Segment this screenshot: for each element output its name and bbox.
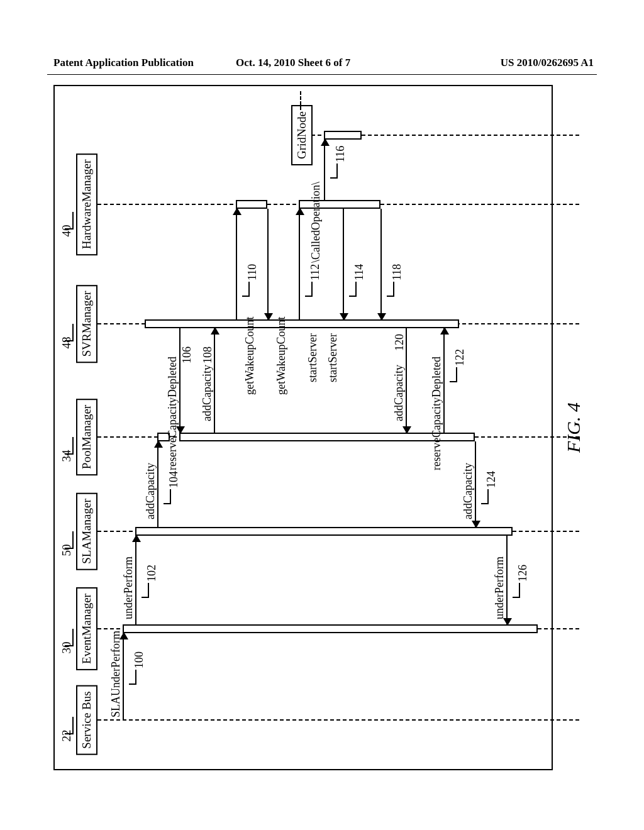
diagram-frame (53, 85, 553, 770)
msg-104-reflead (164, 489, 171, 504)
msg-126-ref: 126 (516, 565, 530, 582)
msg-114-ref: 114 (353, 264, 366, 280)
msg-116-reflead (330, 163, 338, 179)
msg-104: addCapacity 104 (157, 441, 158, 527)
msg-106-ref: 106 (180, 346, 194, 363)
msg-111-label: getWakeupCount (275, 316, 288, 395)
msg-114: startServer 114 (343, 209, 344, 319)
gridnode-entry-dash (300, 91, 301, 110)
msg-102: underPerform 102 (135, 536, 136, 624)
msg-112-label: startServer (306, 333, 319, 382)
msg-120-label: addCapacity (392, 365, 406, 421)
msg-118: 118 (380, 209, 382, 319)
msg-110-ref: 110 (246, 264, 259, 280)
msg-116-label: \CalledOperation\ (309, 182, 323, 263)
msg-108-label: addCapacity (201, 365, 214, 421)
head-svrmanager: SVRManager (76, 285, 97, 363)
msg-100-reflead (129, 670, 136, 685)
msg-100: SLAUnderPerform 100 (123, 633, 124, 720)
msg-114-reflead (349, 282, 357, 297)
activation-svrmanager (145, 319, 459, 328)
head-eventmanager: EventManager (76, 587, 97, 670)
header-left: Patent Application Publication (53, 57, 194, 69)
reflead-slamanager (65, 531, 74, 549)
head-slamanager: SLAManager (76, 492, 97, 570)
reflead-hwmanager (65, 212, 74, 230)
msg-104-ref: 104 (167, 471, 180, 488)
reflead-svrmanager (65, 324, 74, 341)
msg-102-ref: 102 (145, 565, 158, 582)
reflead-poolmanager (65, 437, 74, 455)
lifeline-servicebus (97, 719, 579, 721)
msg-126-reflead (513, 583, 520, 598)
msg-110-reflead (242, 282, 250, 297)
msg-106: reserveCapacityDepleted 106 (179, 328, 180, 433)
msg-126: underPerform 126 (506, 536, 508, 624)
head-gridnode: GridNode (291, 105, 313, 165)
msg-122-reflead (450, 367, 457, 382)
msg-112-ref: 112 (309, 264, 322, 280)
header-rule (47, 74, 597, 75)
msg-122-ref: 122 (453, 349, 467, 366)
msg-106-label: reserveCapacityDepleted (166, 357, 179, 470)
msg-114-label: startServer (326, 333, 340, 382)
msg-112-reflead (305, 282, 313, 297)
reflead-eventmanager (65, 629, 74, 646)
head-poolmanager: PoolManager (76, 399, 97, 475)
msg-122: reserveCapacityDepleted 122 (443, 328, 445, 433)
figure-page: 22 Service Bus 30 EventManager 50 SLAMan… (53, 85, 591, 770)
head-servicebus: Service Bus (76, 685, 97, 755)
sequence-diagram: 22 Service Bus 30 EventManager 50 SLAMan… (53, 85, 591, 770)
msg-124: addCapacity 124 (475, 441, 476, 527)
msg-120: addCapacity 120 (406, 328, 407, 433)
msg-124-ref: 124 (485, 471, 498, 488)
msg-102-label: underPerform (122, 556, 135, 619)
msg-126-label: underPerform (493, 556, 506, 619)
msg-104-label: addCapacity (144, 463, 157, 519)
activation-gridnode (324, 131, 362, 140)
activation-slamanager (135, 527, 513, 536)
msg-110: getWakeupCount 110 (236, 209, 237, 319)
msg-110-label: getWakeupCount (243, 316, 257, 395)
msg-118-ref: 118 (391, 264, 404, 280)
figure-caption: FIG. 4 (563, 85, 584, 770)
header-right: US 2010/0262695 A1 (501, 57, 594, 69)
header-mid: Oct. 14, 2010 Sheet 6 of 7 (236, 57, 350, 69)
activation-eventmanager (123, 624, 538, 633)
msg-112: startServer 112 (299, 209, 300, 319)
msg-122-label: reserveCapacityDepleted (430, 357, 443, 470)
msg-108: addCapacity 108 (214, 328, 215, 433)
msg-111: getWakeupCount (267, 209, 269, 319)
head-hwmanager: HardwareManager (76, 153, 97, 255)
msg-108-ref: 108 (201, 346, 214, 363)
msg-116: \CalledOperation\ 116 (324, 140, 325, 200)
msg-120-ref: 120 (393, 334, 406, 351)
msg-124-label: addCapacity (462, 463, 475, 519)
reflead-servicebus (65, 717, 74, 734)
msg-124-reflead (481, 489, 489, 504)
msg-102-reflead (142, 583, 149, 598)
msg-100-ref: 100 (133, 651, 146, 668)
msg-116-ref: 116 (334, 146, 347, 162)
msg-100-label: SLAUnderPerform (109, 631, 123, 717)
msg-118-reflead (387, 282, 394, 297)
